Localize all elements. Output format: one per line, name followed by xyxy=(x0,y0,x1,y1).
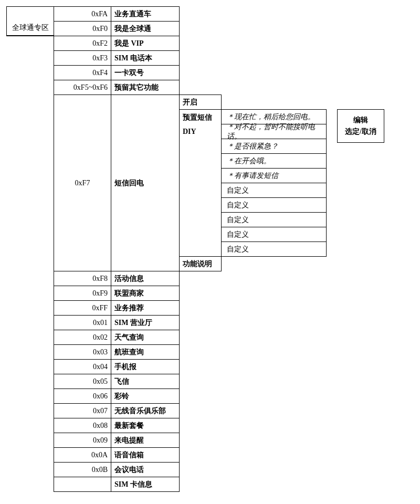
feature-name: 手机报 xyxy=(111,360,180,374)
sub-option-line2: DIY xyxy=(183,128,196,136)
custom-sms-item: 自定义 xyxy=(222,213,327,227)
feature-name: 我是 VIP xyxy=(111,36,180,51)
feature-name: 一卡双号 xyxy=(111,66,180,80)
hex-code: 0x0A xyxy=(54,448,111,463)
feature-name: 最新套餐 xyxy=(111,418,180,433)
feature-name: SIM 营业厅 xyxy=(111,316,180,330)
sub-option: 功能说明 xyxy=(180,257,222,271)
hex-code xyxy=(54,477,111,492)
preset-sms-item: ＊对不起，暂时不能接听电话。 xyxy=(222,124,327,139)
category-column: 全球通专区 xyxy=(6,6,54,36)
hex-code: 0x04 xyxy=(54,360,111,374)
feature-name: 来电提醒 xyxy=(111,433,180,448)
sub-option-column: 开启 预置短信 DIY 功能说明 xyxy=(180,94,222,271)
hex-code: 0x01 xyxy=(54,316,111,330)
hex-code: 0x07 xyxy=(54,404,111,418)
menu-structure-diagram: 全球通专区 0xFA 0xF0 0xF2 0xF3 0xF4 0xF5~0xF6… xyxy=(6,6,414,492)
custom-sms-item: 自定义 xyxy=(222,198,327,213)
hex-code: 0x03 xyxy=(54,345,111,360)
feature-name: 活动信息 xyxy=(111,271,180,286)
select-cancel-label: 选定/取消 xyxy=(341,127,381,136)
hex-code: 0x0B xyxy=(54,463,111,477)
feature-name: 业务直通车 xyxy=(111,7,180,22)
feature-name: 天气查询 xyxy=(111,330,180,345)
sub-option: 开启 xyxy=(180,95,222,110)
feature-column: 业务直通车 我是全球通 我是 VIP SIM 电话本 一卡双号 预留其它功能 短… xyxy=(111,6,180,492)
hex-code: 0x09 xyxy=(54,433,111,448)
feature-name: 我是全球通 xyxy=(111,22,180,36)
hex-code: 0xF3 xyxy=(54,51,111,66)
feature-name: 业务推荐 xyxy=(111,301,180,316)
hex-code-column: 0xFA 0xF0 0xF2 0xF3 0xF4 0xF5~0xF6 0xF7 … xyxy=(54,6,111,492)
feature-name: 彩铃 xyxy=(111,389,180,404)
sub-option-line1: 预置短信 xyxy=(183,113,212,122)
hex-code: 0xF8 xyxy=(54,271,111,286)
hex-code: 0xF2 xyxy=(54,36,111,51)
feature-name: 会议电话 xyxy=(111,463,180,477)
preset-sms-item: ＊在开会哦。 xyxy=(222,154,327,169)
edit-label: 编辑 xyxy=(341,116,381,125)
hex-code: 0xF5~0xF6 xyxy=(54,80,111,95)
hex-code: 0x08 xyxy=(54,418,111,433)
blank-cell xyxy=(7,7,54,21)
hex-code: 0xF0 xyxy=(54,22,111,36)
category-label: 全球通专区 xyxy=(7,21,54,35)
hex-code: 0xF7 xyxy=(54,95,111,271)
feature-name: 飞信 xyxy=(111,374,180,389)
feature-name: 预留其它功能 xyxy=(111,80,180,95)
feature-name: 无线音乐俱乐部 xyxy=(111,404,180,418)
hex-code: 0xFF xyxy=(54,301,111,316)
preset-sms-column: ＊现在忙，稍后给您回电。 ＊对不起，暂时不能接听电话。 ＊是否很紧急？ ＊在开会… xyxy=(222,109,327,257)
preset-sms-item: ＊是否很紧急？ xyxy=(222,139,327,154)
hex-code: 0x06 xyxy=(54,389,111,404)
feature-name: 联盟商家 xyxy=(111,286,180,301)
hex-code: 0xFA xyxy=(54,7,111,22)
sub-option: 预置短信 DIY xyxy=(180,110,222,257)
custom-sms-item: 自定义 xyxy=(222,227,327,242)
hex-code: 0xF9 xyxy=(54,286,111,301)
custom-sms-item: 自定义 xyxy=(222,183,327,198)
feature-name: 航班查询 xyxy=(111,345,180,360)
action-panel: 编辑 选定/取消 xyxy=(337,109,384,143)
hex-code: 0x05 xyxy=(54,374,111,389)
feature-name: SIM 电话本 xyxy=(111,51,180,66)
hex-code: 0xF4 xyxy=(54,66,111,80)
custom-sms-item: 自定义 xyxy=(222,242,327,257)
feature-name: 短信回电 xyxy=(111,95,180,271)
feature-name: SIM 卡信息 xyxy=(111,477,180,492)
feature-name: 语音信箱 xyxy=(111,448,180,463)
category-span xyxy=(6,36,54,36)
preset-sms-item: ＊有事请发短信 xyxy=(222,169,327,183)
hex-code: 0x02 xyxy=(54,330,111,345)
